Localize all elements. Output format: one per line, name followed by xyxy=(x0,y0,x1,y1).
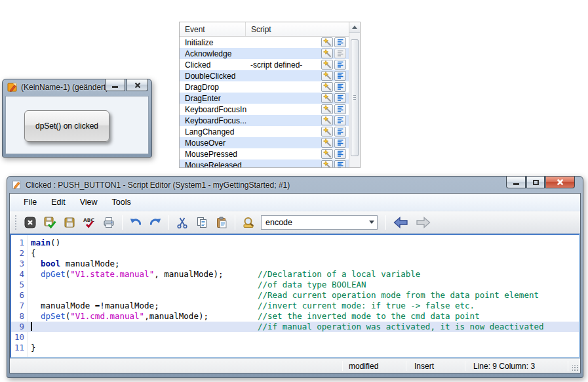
event-row-mouseover[interactable]: MouseOver xyxy=(180,137,349,148)
event-row-mousepressed[interactable]: MousePressed xyxy=(180,148,349,159)
edit-script-button[interactable] xyxy=(334,127,346,137)
wizard-button[interactable] xyxy=(321,149,333,159)
column-header-event[interactable]: Event xyxy=(180,25,245,34)
resize-grip-icon[interactable] xyxy=(572,365,579,371)
edit-script-button[interactable] xyxy=(334,60,346,70)
wizard-button[interactable] xyxy=(321,93,333,103)
wizard-button[interactable] xyxy=(321,127,333,137)
event-row-langchanged[interactable]: LangChanged xyxy=(180,126,349,137)
panel-minimize-button[interactable] xyxy=(105,79,125,91)
copy-button[interactable] xyxy=(192,214,212,231)
editor-window-title: Clicked : PUSH_BUTTON1 - Script Editor (… xyxy=(26,180,290,190)
cut-scissors-icon xyxy=(176,216,189,229)
menu-file[interactable]: File xyxy=(16,195,44,209)
edit-script-button[interactable] xyxy=(334,104,346,114)
navigate-back-button[interactable] xyxy=(389,214,412,231)
code-line-4[interactable]: 4 dpGet("V1.state.manual", manualMode);/… xyxy=(11,269,579,280)
code-line-9[interactable]: 9//if manual operation was activated, it… xyxy=(11,322,579,332)
code-line-8[interactable]: 8 dpSet("V1.cmd.manual",manualMode);//se… xyxy=(11,311,579,322)
event-label: LangChanged xyxy=(180,127,246,137)
edit-script-button[interactable] xyxy=(334,149,346,159)
encode-combobox[interactable]: encode xyxy=(261,215,378,230)
wizard-button[interactable] xyxy=(321,138,333,148)
code-text: { xyxy=(28,248,579,259)
code-line-6[interactable]: 6//Read current operation mode from the … xyxy=(11,290,579,301)
event-row-keyboardfocusin[interactable]: KeyboardFocusIn xyxy=(180,104,349,115)
edit-script-button[interactable] xyxy=(334,71,346,81)
wizard-button[interactable] xyxy=(321,82,333,92)
event-label: Acknowledge xyxy=(180,49,246,58)
cut-button[interactable] xyxy=(172,214,192,231)
code-line-1[interactable]: 1main() xyxy=(11,238,579,248)
event-row-dragdrop[interactable]: DragDrop xyxy=(180,81,349,93)
close-editor-button[interactable] xyxy=(20,214,40,231)
editor-minimize-button[interactable] xyxy=(506,177,526,188)
panel-window-titlebar[interactable]: (KeinName-1) (geändert) xyxy=(3,79,151,95)
code-line-11[interactable]: 11} xyxy=(11,343,579,353)
menu-view[interactable]: View xyxy=(73,195,105,209)
toolbar-drag-handle[interactable] xyxy=(14,215,18,230)
menu-tools[interactable]: Tools xyxy=(105,195,138,209)
editor-close-button[interactable] xyxy=(545,177,575,188)
code-text: dpGet("V1.state.manual", manualMode);//D… xyxy=(28,269,579,280)
event-label: DragDrop xyxy=(180,83,246,92)
print-button[interactable] xyxy=(99,214,119,231)
scrollbar-up-button[interactable] xyxy=(349,22,360,33)
event-label: KeyboardFocus... xyxy=(180,116,246,125)
edit-script-button[interactable] xyxy=(334,93,346,103)
event-row-initialize[interactable]: Initialize xyxy=(180,37,349,48)
event-label: MouseReleased xyxy=(180,161,246,168)
wizard-button[interactable] xyxy=(321,37,333,47)
line-number: 7 xyxy=(11,301,28,311)
editor-maximize-button[interactable] xyxy=(526,177,545,188)
wizard-button[interactable] xyxy=(321,116,333,125)
edit-script-button[interactable] xyxy=(334,37,346,47)
code-editor[interactable]: 1main()2{3 bool manualMode;4 dpGet("V1.s… xyxy=(10,234,580,358)
redo-button[interactable] xyxy=(146,214,165,231)
menu-edit[interactable]: Edit xyxy=(44,195,73,209)
scrollbar-thumb[interactable] xyxy=(351,39,359,156)
undo-button[interactable] xyxy=(126,214,146,231)
pencil-icon xyxy=(12,180,22,190)
edit-script-button[interactable] xyxy=(334,138,346,148)
table-header[interactable]: Event Script xyxy=(180,22,360,37)
wizard-button[interactable] xyxy=(321,160,333,167)
editor-titlebar[interactable]: Clicked : PUSH_BUTTON1 - Script Editor (… xyxy=(7,177,583,193)
edit-script-button[interactable] xyxy=(334,116,346,125)
save-and-check-button[interactable] xyxy=(40,214,60,231)
spellcheck-button[interactable]: ABC xyxy=(79,214,99,231)
code-comment: //set the inverted mode to the cmd data … xyxy=(258,311,480,322)
edit-script-button[interactable] xyxy=(334,160,346,167)
edit-script-button[interactable] xyxy=(334,49,346,58)
wizard-button[interactable] xyxy=(321,49,333,58)
panel-close-button[interactable] xyxy=(127,79,148,91)
code-text: main() xyxy=(28,238,579,248)
wizard-button[interactable] xyxy=(321,104,333,114)
code-line-2[interactable]: 2{ xyxy=(11,248,579,259)
panel-canvas: dpSet() on clicked xyxy=(5,96,149,154)
event-row-doubleclicked[interactable]: DoubleClicked xyxy=(180,70,349,81)
event-row-mousereleased[interactable]: MouseReleased xyxy=(180,159,349,167)
table-scrollbar[interactable] xyxy=(349,22,360,167)
code-line-7[interactable]: 7 manualMode =!manualMode;//invert curre… xyxy=(11,301,579,311)
wizard-button[interactable] xyxy=(321,60,333,70)
event-row-clicked[interactable]: Clicked-script defined- xyxy=(180,59,349,70)
combobox-dropdown-button[interactable] xyxy=(366,216,377,229)
statusbar-separator xyxy=(342,361,343,371)
code-line-10[interactable]: 10 xyxy=(11,332,579,343)
column-header-script[interactable]: Script xyxy=(245,22,360,36)
code-line-5[interactable]: 5//of data type BOOLEAN xyxy=(11,280,579,290)
edit-script-button[interactable] xyxy=(334,82,346,92)
dpset-push-button[interactable]: dpSet() on clicked xyxy=(24,110,109,142)
event-row-dragenter[interactable]: DragEnter xyxy=(180,93,349,104)
save-button[interactable] xyxy=(60,214,79,231)
paste-button[interactable] xyxy=(212,214,231,231)
search-button[interactable] xyxy=(239,214,258,231)
event-row-keyboardfocus[interactable]: KeyboardFocus... xyxy=(180,115,349,126)
navigate-forward-button[interactable] xyxy=(412,214,434,231)
line-number: 4 xyxy=(11,269,28,280)
event-row-acknowledge[interactable]: Acknowledge xyxy=(180,48,349,59)
panel-icon xyxy=(7,82,18,93)
code-line-3[interactable]: 3 bool manualMode; xyxy=(11,259,579,269)
wizard-button[interactable] xyxy=(321,71,333,81)
